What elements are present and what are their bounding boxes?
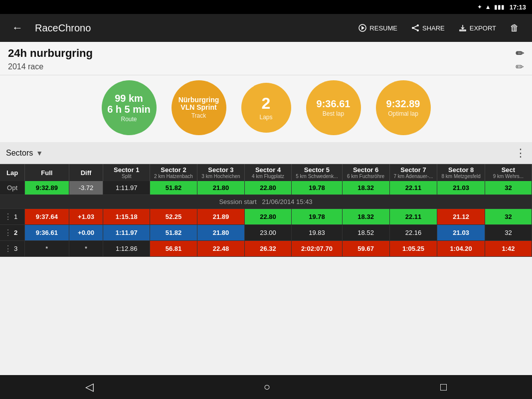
opt-s2: 51.82 (150, 181, 197, 195)
lap2-dots-icon[interactable]: ⋮ (4, 228, 12, 237)
share-icon (411, 24, 419, 32)
col-header-sector8: Sector 8 8 km Metzgesfeld (437, 164, 485, 181)
lap2-s7: 22.16 (389, 225, 437, 241)
stat-best-lap-time: 9:36.61 (317, 98, 351, 109)
stat-track: Nürburgring VLN Sprint Track (172, 80, 226, 135)
back-nav-button[interactable]: ◁ (73, 377, 106, 398)
opt-s1: 1:11.97 (103, 181, 150, 195)
stat-track-name2: VLN Sprint (180, 104, 216, 111)
col-header-sect9: Sect 9 km Wehrs... (485, 164, 532, 181)
col-header-sector5: Sector 5 5 km Schwedenk... (292, 164, 342, 181)
stats-row: 99 km 6 h 5 min Route Nürburgring VLN Sp… (0, 75, 532, 142)
lap3-s3: 22.48 (197, 241, 244, 257)
export-icon (459, 24, 467, 32)
col-header-sector6: Sector 6 6 km Fuchsröhre (342, 164, 389, 181)
race-title-row: 24h nurburgring ✏ (8, 47, 524, 60)
col-header-diff: Diff (69, 164, 103, 181)
lap2-s9: 32 (485, 225, 532, 241)
lap1-diff-cell: +1.03 (69, 209, 103, 225)
lap3-s1: 1:12.86 (103, 241, 150, 257)
table-row-lap1: ⋮ 1 9:37.64 +1.03 1:15.18 52.25 21.89 22… (0, 209, 532, 225)
resume-button[interactable]: RESUME (354, 21, 402, 35)
lap2-lap-cell: ⋮ 2 (0, 225, 25, 241)
lap2-s8: 21.03 (437, 225, 485, 241)
lap3-s9: 1:42 (485, 241, 532, 257)
session-start-cell: Session start 21/06/2014 15:43 (0, 195, 532, 209)
bottom-nav: ◁ ○ □ (0, 375, 532, 399)
lap1-lap-cell: ⋮ 1 (0, 209, 25, 225)
session-start-row: Session start 21/06/2014 15:43 (0, 195, 532, 209)
sectors-dropdown[interactable]: Sectors ▼ (6, 149, 43, 158)
opt-full-cell: 9:32.89 (25, 181, 69, 195)
stat-laps-label: Laps (259, 114, 272, 121)
app-title: RaceChrono (35, 22, 346, 34)
table-row-opt: Opt 9:32.89 -3.72 1:11.97 51.82 21.80 22… (0, 181, 532, 195)
export-button[interactable]: EXPORT (454, 21, 501, 35)
lap3-diff-cell: * (69, 241, 103, 257)
battery-icon: ▮▮▮ (494, 3, 505, 10)
svg-line-5 (413, 25, 418, 28)
recent-nav-icon: □ (440, 381, 447, 393)
lap3-s8: 1:04.20 (437, 241, 485, 257)
share-button[interactable]: SHARE (406, 21, 450, 35)
lap1-s9: 32 (485, 209, 532, 225)
lap1-s6: 18.32 (342, 209, 389, 225)
wifi-icon: ▲ (485, 3, 491, 10)
home-nav-icon: ○ (264, 381, 270, 393)
opt-s8: 21.03 (437, 181, 485, 195)
table-row-lap3: ⋮ 3 * * 1:12.86 56.81 22.48 26.32 2:02:0… (0, 241, 532, 257)
lap1-s1: 1:15.18 (103, 209, 150, 225)
top-bar: ← RaceChrono RESUME SHARE EXPORT 🗑 (0, 14, 532, 42)
opt-s7: 22.11 (389, 181, 437, 195)
lap1-dots-icon[interactable]: ⋮ (4, 212, 12, 221)
col-header-lap: Lap (0, 164, 25, 181)
race-subtitle: 2014 race (8, 62, 43, 71)
stat-route-km: 99 km (115, 93, 143, 104)
status-bar: ✦ ▲ ▮▮▮ 17:13 (0, 0, 532, 14)
stat-optimal-lap-label: Optimal lap (388, 110, 418, 117)
lap2-s3: 21.80 (197, 225, 244, 241)
status-icons: ✦ ▲ ▮▮▮ 17:13 (477, 3, 526, 11)
stat-optimal-lap-time: 9:32.89 (386, 98, 420, 109)
col-header-sector4: Sector 4 4 km Flugplatz (244, 164, 291, 181)
top-bar-actions: RESUME SHARE EXPORT 🗑 (354, 20, 524, 36)
stat-optimal-lap: 9:32.89 Optimal lap (376, 80, 431, 135)
lap3-s4: 26.32 (244, 241, 291, 257)
back-button[interactable]: ← (8, 19, 27, 36)
home-nav-button[interactable]: ○ (252, 377, 282, 398)
lap3-dots-icon[interactable]: ⋮ (4, 244, 12, 253)
lap3-s2: 56.81 (150, 241, 197, 257)
lap2-s5: 19.83 (292, 225, 342, 241)
lap2-s1: 1:11.97 (103, 225, 150, 241)
col-header-sector1: Sector 1 Split (103, 164, 150, 181)
lap1-s2: 52.25 (150, 209, 197, 225)
lap1-s8: 21.12 (437, 209, 485, 225)
lap1-s7: 22.11 (389, 209, 437, 225)
stat-route: 99 km 6 h 5 min Route (102, 80, 157, 135)
stat-best-lap: 9:36.61 Best lap (306, 80, 361, 135)
stat-track-label: Track (191, 112, 206, 119)
stat-route-label: Route (121, 116, 137, 123)
more-options-icon[interactable]: ⋮ (515, 147, 526, 160)
delete-button[interactable]: 🗑 (505, 20, 524, 36)
opt-s6: 18.32 (342, 181, 389, 195)
lap-table: Lap Full Diff Sector 1 Split Sector 2 2 (0, 164, 532, 257)
lap3-s5: 2:02:07.70 (292, 241, 342, 257)
stat-laps: 2 Laps (241, 83, 291, 133)
lap2-diff-cell: +0.00 (69, 225, 103, 241)
table-header-row: Lap Full Diff Sector 1 Split Sector 2 2 (0, 164, 532, 181)
lap3-lap-cell: ⋮ 3 (0, 241, 25, 257)
lap2-s2: 51.82 (150, 225, 197, 241)
edit-race-title-icon[interactable]: ✏ (516, 47, 524, 59)
recent-nav-button[interactable]: □ (428, 377, 459, 398)
sectors-toolbar: Sectors ▼ ⋮ (0, 142, 532, 164)
opt-diff-cell: -3.72 (69, 181, 103, 195)
race-subtitle-row: 2014 race ✏ (8, 61, 524, 73)
lap2-full-cell: 9:36.61 (25, 225, 69, 241)
edit-race-subtitle-icon[interactable]: ✏ (516, 61, 524, 73)
race-title: 24h nurburgring (8, 47, 93, 60)
stat-laps-count: 2 (262, 95, 271, 112)
lap2-s4: 23.00 (244, 225, 291, 241)
opt-s3: 21.80 (197, 181, 244, 195)
table-container[interactable]: Lap Full Diff Sector 1 Split Sector 2 2 (0, 164, 532, 257)
